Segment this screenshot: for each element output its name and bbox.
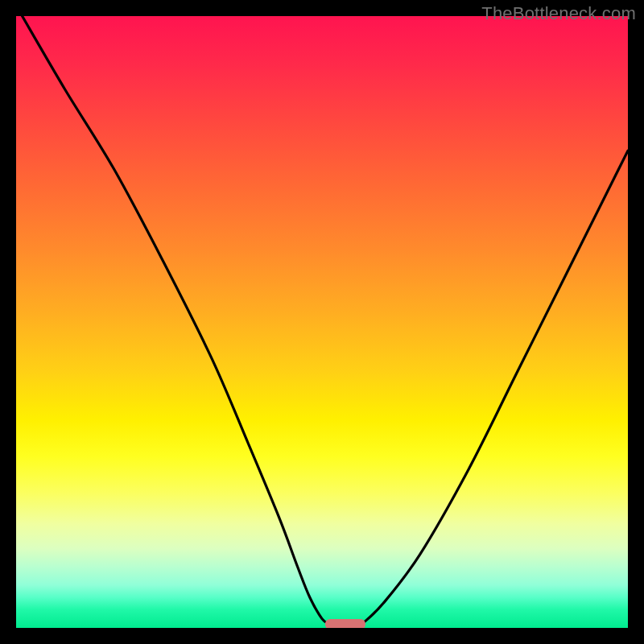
right-branch-curve	[361, 151, 628, 624]
watermark-text: TheBottleneck.com	[481, 3, 636, 24]
left-branch-curve	[23, 16, 330, 624]
plot-area	[16, 16, 628, 628]
bottleneck-marker	[325, 619, 365, 628]
curve-layer	[16, 16, 628, 628]
chart-frame: TheBottleneck.com	[0, 0, 644, 644]
